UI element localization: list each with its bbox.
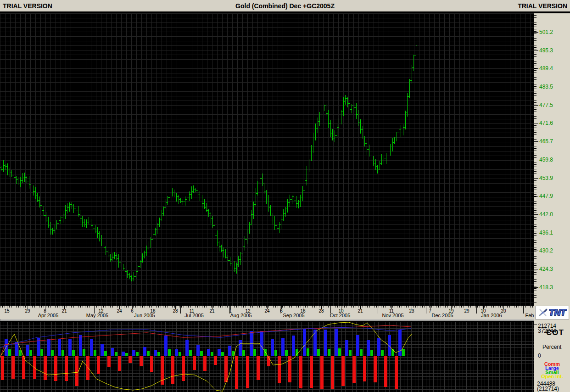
y-axis-label: 447.9: [539, 193, 553, 199]
month-start-tick: [426, 306, 426, 314]
x-axis-month-label: Sep 2005: [283, 313, 304, 318]
month-start-tick: [378, 306, 378, 314]
price-scale-major-tick: [534, 178, 538, 179]
x-axis-month-label: Aug 2005: [230, 313, 251, 318]
cot-title: COT: [546, 328, 564, 337]
x-axis-month-label: Apr 2005: [38, 313, 59, 318]
x-axis-day-label: 7: [429, 308, 431, 314]
price-scale-major-tick: [534, 160, 538, 160]
cot-legend-item-open-int-: Open Int.: [534, 375, 570, 379]
cot-zero-tick: [534, 356, 537, 356]
price-scale-major-tick: [534, 68, 538, 69]
x-axis-month-label: Jan 2006: [481, 313, 502, 318]
x-axis-month-label: Dec 2005: [431, 313, 453, 318]
title-bar: TRIAL VERSION Gold (Combined) Dec +GC200…: [0, 0, 570, 12]
price-scale-major-tick: [534, 269, 538, 269]
chart-title: Gold (Combined) Dec +GC2005Z: [0, 2, 570, 10]
price-scale-major-tick: [534, 87, 538, 87]
x-axis-month-label: May 2005: [86, 313, 108, 318]
price-scale-major-tick: [534, 123, 538, 123]
cot-scale-panel: 212714 372244 COT Percent 0 CommLargeSma…: [534, 322, 570, 392]
cot-legend: CommLargeSmallOpen Int.: [534, 362, 570, 379]
x-axis-day-label: 29: [25, 308, 30, 314]
y-axis-label: 424.3: [539, 266, 553, 272]
y-axis-label: 495.3: [539, 47, 553, 54]
x-axis-month-label: Jun 2005: [134, 313, 155, 318]
y-axis-label: 418.3: [539, 284, 553, 291]
x-axis-day-label: 28: [319, 308, 324, 314]
y-axis-label: 453.9: [539, 175, 553, 181]
trial-version-right: TRIAL VERSION: [518, 2, 567, 10]
x-axis-month-label: Nov 2005: [382, 313, 403, 318]
pane-divider[interactable]: [0, 319, 534, 321]
cot-subtitle: Percent: [542, 344, 561, 350]
x-axis-month-label: Oct 2005: [330, 313, 351, 318]
x-axis-day-label: 21: [358, 308, 363, 314]
price-scale-major-tick: [534, 50, 538, 51]
x-axis-day-label: 29: [464, 308, 469, 314]
x-axis-day-label: 28: [173, 308, 178, 314]
y-axis-label: 501.2: [539, 29, 553, 35]
tnt-logo-text: TNT: [549, 308, 566, 318]
price-scale-major-tick: [534, 141, 538, 142]
month-start-tick: [476, 306, 477, 314]
x-axis-day-label: 6: [280, 308, 283, 314]
y-axis-label: 489.4: [539, 65, 553, 72]
price-scale-major-tick: [534, 251, 538, 251]
price-scale-major-tick: [534, 287, 538, 288]
x-axis-day-label: 21: [209, 308, 214, 314]
cot-zero-label: 0: [538, 353, 541, 359]
x-axis-day-label: 6: [131, 308, 134, 314]
price-scale-major-tick: [534, 196, 538, 196]
month-start-tick: [523, 306, 524, 314]
month-start-tick: [36, 306, 36, 314]
cot-top-tick: [534, 325, 537, 325]
main-price-chart[interactable]: [0, 13, 534, 306]
tnt-logo-glyph: [538, 308, 548, 317]
cot-indicator-chart[interactable]: [0, 322, 534, 392]
y-axis-label: 477.5: [539, 102, 553, 108]
trading-app-window: { "title_bar": { "left": "TRIAL VERSION"…: [0, 0, 570, 392]
x-axis-day-label: 23: [409, 308, 414, 314]
y-axis-label: 465.7: [539, 138, 553, 145]
price-scale-major-tick: [534, 214, 538, 215]
price-scale-major-tick: [534, 105, 538, 106]
price-scale-major-tick: [534, 32, 538, 33]
x-axis-day-label: 15: [4, 308, 9, 314]
x-axis-day-label: 24: [117, 308, 122, 314]
cot-scale-bottom-paren: (212714): [537, 386, 559, 392]
x-axis-day-label: 24: [264, 308, 269, 314]
price-scale-major-tick: [534, 233, 538, 233]
month-start-tick: [180, 306, 181, 314]
time-axis: 1529821122461628112111224616281021112371…: [0, 306, 534, 319]
tnt-logo[interactable]: TNT: [535, 306, 569, 319]
x-axis-month-label: Jul 2005: [184, 313, 204, 318]
y-axis-label: 483.5: [539, 84, 553, 90]
y-axis-label: 459.8: [539, 157, 553, 163]
y-axis-label: 436.1: [539, 230, 553, 236]
y-axis-label: 430.2: [539, 247, 553, 254]
y-axis-label: 442.0: [539, 211, 553, 218]
x-axis-day-label: 21: [61, 308, 67, 314]
y-axis-label: 471.6: [539, 120, 553, 126]
x-axis-month-label: Feb: [525, 313, 534, 318]
